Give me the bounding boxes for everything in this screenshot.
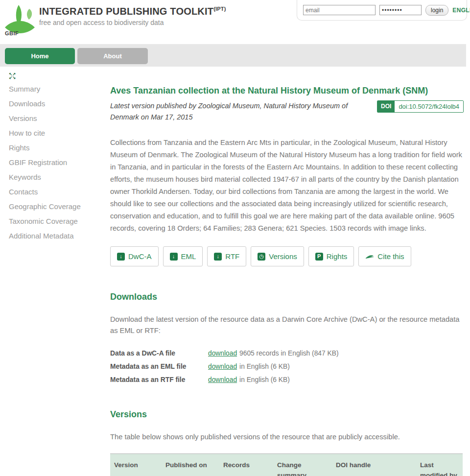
download-row-label: Data as a DwC-A file [110,349,208,357]
doi-badge[interactable]: DOI doi:10.5072/fk24lolb4 [377,100,464,113]
sidebar: ↖↗↙↘ Summary Downloads Versions How to c… [9,72,104,246]
versions-table: Version Published on Records Change summ… [110,453,463,476]
doi-value: doi:10.5072/fk24lolb4 [395,101,463,112]
col-records: Records [219,460,273,476]
app-title-text: INTEGRATED PUBLISHING TOOLKIT [39,6,213,17]
col-last-modified-by: Last modified by [416,460,463,476]
sidebar-item-how-to-cite[interactable]: How to cite [9,129,104,137]
dwca-button-label: DwC-A [128,252,152,261]
resource-title: Aves Tanzanian collection at the Natural… [110,85,464,96]
download-row-rtf: Metadata as an RTF file downloadin Engli… [110,376,464,384]
login-button[interactable]: login [425,5,448,16]
download-link[interactable]: download [208,363,237,370]
col-change-summary: Change summary [273,460,332,476]
key-icon: P [315,253,323,261]
sidebar-item-versions[interactable]: Versions [9,114,104,122]
dwca-button[interactable]: ↓ DwC-A [110,246,159,266]
doi-label: DOI [377,101,395,112]
cite-this-button[interactable]: Cite this [358,246,411,266]
rtf-button-label: RTF [225,252,239,261]
versions-intro: The table below shows only published ver… [110,431,464,443]
gbif-logo[interactable]: GBIF [4,3,36,39]
history-icon: ◷ [258,253,265,261]
versions-button-label: Versions [269,252,297,261]
expand-icon[interactable]: ↖↗↙↘ [9,73,15,80]
download-row-label: Metadata as an RTF file [110,376,208,384]
eml-button[interactable]: ↓ EML [163,246,203,266]
app-title: INTEGRATED PUBLISHING TOOLKIT(IPT) [39,6,226,17]
action-buttons: ↓ DwC-A ↓ EML ↓ RTF ◷ Versions P Rights [110,246,464,266]
cite-this-button-label: Cite this [377,252,404,261]
gbif-logo-text: GBIF [5,30,19,36]
rights-button-label: Rights [327,252,348,261]
main-nav: Home About [0,44,466,67]
password-field[interactable] [379,5,422,15]
published-line: Latest version published by Zoological M… [110,102,348,121]
sidebar-item-contacts[interactable]: Contacts [9,188,104,196]
sidebar-item-geographic-coverage[interactable]: Geographic Coverage [9,202,104,211]
published-row: DOI doi:10.5072/fk24lolb4 Latest version… [110,100,464,124]
download-row-label: Metadata as an EML file [110,362,208,371]
resource-description: Collections from Tanzania and the Easter… [110,137,464,235]
versions-table-header: Version Published on Records Change summ… [110,454,463,476]
download-icon: ↓ [170,253,178,261]
download-link[interactable]: download [208,376,237,383]
rtf-button[interactable]: ↓ RTF [207,246,246,266]
col-published-on: Published on [162,460,219,476]
download-icon: ↓ [214,253,222,261]
nav-tab-about[interactable]: About [77,48,148,64]
cite-icon [365,254,374,259]
sidebar-item-summary[interactable]: Summary [9,85,104,93]
download-icon: ↓ [117,253,125,261]
app-title-sup: (IPT) [213,6,226,12]
versions-heading: Versions [110,409,464,420]
sidebar-item-rights[interactable]: Rights [9,143,104,152]
sidebar-item-taxonomic-coverage[interactable]: Taxonomic Coverage [9,217,104,225]
nav-tab-home[interactable]: Home [5,48,75,64]
brand: INTEGRATED PUBLISHING TOOLKIT(IPT) free … [39,6,226,26]
download-rows: Data as a DwC-A file download9605 record… [110,349,464,384]
main-content: Aves Tanzanian collection at the Natural… [110,85,464,476]
download-link[interactable]: download [208,350,237,357]
col-version: Version [110,460,162,476]
app-subtitle: free and open access to biodiversity dat… [39,19,226,26]
download-detail: in English (6 KB) [239,363,290,370]
versions-button[interactable]: ◷ Versions [251,246,304,266]
sidebar-item-gbif-registration[interactable]: GBIF Registration [9,158,104,167]
download-row-dwca: Data as a DwC-A file download9605 record… [110,349,464,357]
eml-button-label: EML [181,252,196,261]
downloads-heading: Downloads [110,292,464,302]
download-row-eml: Metadata as an EML file downloadin Engli… [110,362,464,371]
sidebar-item-additional-metadata[interactable]: Additional Metadata [9,232,104,240]
rights-button[interactable]: P Rights [308,246,354,266]
language-link[interactable]: ENGLISH [452,7,470,14]
email-field[interactable] [303,5,376,15]
download-detail: 9605 records in English (847 KB) [239,350,338,357]
sidebar-item-keywords[interactable]: Keywords [9,173,104,181]
sidebar-item-downloads[interactable]: Downloads [9,99,104,108]
col-doi-handle: DOI handle [332,460,416,476]
header: GBIF INTEGRATED PUBLISHING TOOLKIT(IPT) … [0,0,470,43]
login-card: login ENGLISH [297,0,467,21]
page: GBIF INTEGRATED PUBLISHING TOOLKIT(IPT) … [0,0,470,476]
download-detail: in English (6 KB) [239,376,290,383]
downloads-intro: Download the latest version of the resou… [110,314,464,336]
